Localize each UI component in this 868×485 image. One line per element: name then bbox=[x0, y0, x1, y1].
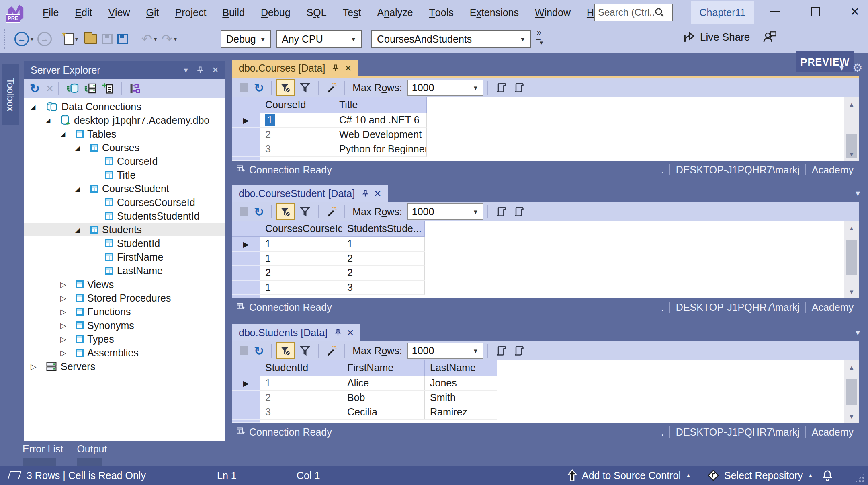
grid-cell[interactable]: Cecilia bbox=[342, 405, 425, 420]
close-icon[interactable]: × bbox=[344, 62, 352, 74]
tree-expander-icon[interactable]: ◢ bbox=[60, 130, 76, 138]
tree-item-tables[interactable]: ◢Tables bbox=[24, 127, 225, 141]
menu-build[interactable]: Build bbox=[214, 0, 253, 25]
grid-cell[interactable]: 2 bbox=[260, 266, 342, 281]
toolbar-drag-handle[interactable] bbox=[4, 29, 7, 49]
tree-item-coursestudent[interactable]: ◢CourseStudent bbox=[24, 182, 225, 195]
tree-expander-icon[interactable]: ▷ bbox=[60, 321, 76, 330]
tab-dbo-coursestudent-data[interactable]: dbo.CourseStudent [Data]× bbox=[232, 185, 388, 202]
column-header-coursescourseid[interactable]: CoursesCourseId bbox=[260, 221, 342, 237]
scroll-down-icon[interactable]: ▼ bbox=[844, 286, 859, 298]
resize-grip[interactable] bbox=[854, 472, 866, 483]
menu-file[interactable]: File bbox=[35, 0, 67, 25]
debug-target-combobox[interactable]: Debug▼ bbox=[221, 30, 271, 48]
tree-item-studentid[interactable]: StudentId bbox=[24, 236, 225, 250]
tree-expander-icon[interactable]: ◢ bbox=[45, 117, 61, 124]
refresh-icon[interactable]: ↻ bbox=[254, 205, 264, 219]
window-position-icon[interactable]: ▾ bbox=[184, 65, 188, 75]
tree-item-assemblies[interactable]: ▷Assemblies bbox=[24, 346, 225, 360]
tree-item-views[interactable]: ▷Views bbox=[24, 277, 225, 291]
stop-button[interactable] bbox=[240, 346, 248, 355]
grid-cell[interactable]: 3 bbox=[260, 142, 334, 157]
grid-cell[interactable]: 2 bbox=[260, 128, 334, 142]
maximize-button[interactable] bbox=[803, 0, 828, 23]
search-box[interactable] bbox=[594, 4, 673, 21]
account-icon[interactable] bbox=[763, 31, 776, 45]
grid-cell[interactable]: Jones bbox=[425, 376, 497, 391]
new-file-dropdown-icon[interactable]: ▾ bbox=[75, 36, 78, 42]
add-to-source-control-button[interactable]: Add to Source Control ▲ bbox=[567, 466, 691, 485]
data-diagram-icon[interactable] bbox=[129, 83, 141, 94]
tree-item-students[interactable]: ◢Students bbox=[24, 223, 225, 236]
menu-tools[interactable]: Tools bbox=[421, 0, 462, 25]
close-icon[interactable]: × bbox=[374, 187, 381, 199]
tab-dbo-students-data[interactable]: dbo.Students [Data]× bbox=[232, 324, 360, 341]
undo-dropdown-icon[interactable]: ▾ bbox=[154, 36, 157, 42]
grid-cell[interactable]: 3 bbox=[260, 405, 342, 420]
tree-item-synonyms[interactable]: ▷Synonyms bbox=[24, 319, 225, 332]
filter-active-button[interactable] bbox=[276, 79, 295, 96]
bottom-tab-error-list[interactable]: Error List bbox=[23, 443, 63, 466]
navigate-forward-button[interactable]: → bbox=[37, 32, 52, 46]
tree-expander-icon[interactable]: ▷ bbox=[60, 280, 76, 289]
tree-item-lastname[interactable]: LastName bbox=[24, 264, 225, 277]
max-rows-combobox[interactable]: 1000▼ bbox=[407, 80, 483, 96]
tree-item-studentsstudentid[interactable]: StudentsStudentId bbox=[24, 209, 225, 223]
toolbox-side-tab[interactable]: Toolbox bbox=[2, 64, 19, 125]
tree-item-courseid[interactable]: CourseId bbox=[24, 154, 225, 168]
minimize-button[interactable] bbox=[763, 0, 788, 23]
solution-name-tab[interactable]: Chapter11 bbox=[691, 1, 754, 24]
tree-expander-icon[interactable]: ◢ bbox=[75, 144, 90, 152]
menu-test[interactable]: Test bbox=[335, 0, 369, 25]
grid-cell[interactable]: 2 bbox=[342, 266, 425, 281]
menu-debug[interactable]: Debug bbox=[253, 0, 299, 25]
stop-refresh-icon[interactable]: × bbox=[46, 82, 53, 95]
undo-button[interactable]: ↶ bbox=[141, 33, 152, 45]
open-file-button[interactable] bbox=[84, 34, 97, 44]
close-icon[interactable]: × bbox=[347, 327, 354, 339]
scrollbar-thumb[interactable] bbox=[846, 240, 857, 275]
toolbar-overflow-button[interactable]: »▔▾ bbox=[536, 28, 542, 45]
column-header-title[interactable]: Title bbox=[334, 97, 427, 113]
new-file-button[interactable]: ✶ bbox=[64, 33, 74, 45]
tree-item-stored-procedures[interactable]: ▷Stored Procedures bbox=[24, 291, 225, 305]
magic-wand-icon[interactable] bbox=[326, 82, 337, 93]
refresh-icon[interactable]: ↻ bbox=[254, 344, 264, 358]
grid-cell[interactable]: Ramirez bbox=[425, 405, 497, 420]
column-header-lastname[interactable]: LastName bbox=[425, 360, 497, 376]
magic-wand-icon[interactable] bbox=[326, 206, 337, 217]
gear-icon[interactable]: ⚙ bbox=[852, 61, 862, 74]
grid-cell[interactable]: 1 bbox=[260, 281, 342, 295]
menu-extensions[interactable]: Extensions bbox=[462, 0, 527, 25]
grid-cell[interactable]: 2 bbox=[342, 252, 425, 266]
redo-dropdown-icon[interactable]: ▾ bbox=[174, 36, 177, 42]
pin-icon[interactable] bbox=[361, 189, 369, 197]
tree-expander-icon[interactable]: ▷ bbox=[60, 348, 76, 358]
scrollbar-thumb[interactable] bbox=[846, 379, 857, 405]
column-header-firstname[interactable]: FirstName bbox=[342, 360, 425, 376]
tree-expander-icon[interactable]: ◢ bbox=[75, 226, 90, 234]
platform-combobox[interactable]: Any CPU▼ bbox=[276, 30, 362, 48]
sql-script-new-icon[interactable] bbox=[513, 345, 524, 356]
startup-project-combobox[interactable]: CoursesAndStudents▼ bbox=[371, 30, 531, 48]
menu-sql[interactable]: SQL bbox=[299, 0, 335, 25]
tree-expander-icon[interactable]: ◢ bbox=[75, 185, 90, 193]
sql-script-icon[interactable] bbox=[495, 82, 507, 93]
navigate-back-dropdown-icon[interactable]: ▾ bbox=[31, 36, 33, 42]
row-selector[interactable] bbox=[232, 128, 260, 142]
tree-expander-icon[interactable]: ▷ bbox=[31, 362, 46, 371]
tree-expander-icon[interactable]: ▷ bbox=[60, 307, 76, 316]
grid-cell[interactable]: 2 bbox=[260, 391, 342, 405]
row-selector[interactable] bbox=[232, 266, 260, 281]
refresh-icon[interactable]: ↻ bbox=[254, 81, 264, 95]
row-selector[interactable] bbox=[232, 252, 260, 266]
menu-project[interactable]: Project bbox=[167, 0, 215, 25]
filter-active-button[interactable] bbox=[276, 203, 295, 220]
grid-cell[interactable]: 1 bbox=[260, 113, 334, 128]
tree-item-functions[interactable]: ▷Functions bbox=[24, 305, 225, 319]
tree-item-courses[interactable]: ◢Courses bbox=[24, 141, 225, 154]
tree-expander-icon[interactable]: ▷ bbox=[60, 335, 76, 344]
tree-item-desktop-j1pqhr7-academy-dbo[interactable]: ◢desktop-j1pqhr7.Academy.dbo bbox=[24, 113, 225, 127]
add-connection-icon[interactable] bbox=[102, 83, 114, 94]
menu-edit[interactable]: Edit bbox=[67, 0, 100, 25]
